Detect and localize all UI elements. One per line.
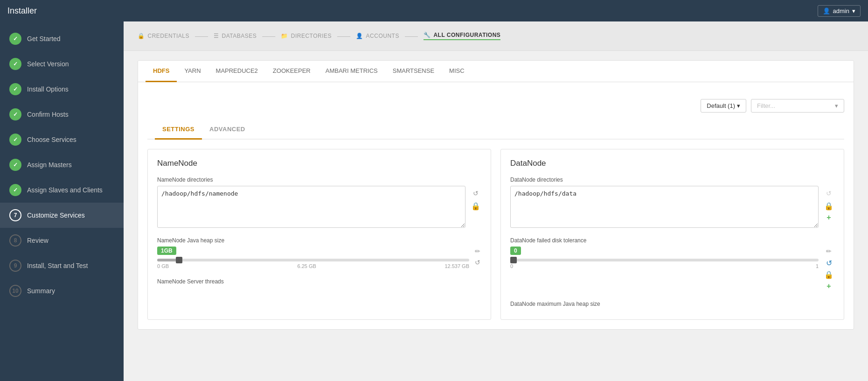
tab-ambari-metrics-label: AMBARI METRICS bbox=[326, 67, 378, 74]
namenode-dir-actions: ↺ 🔒 bbox=[470, 186, 481, 212]
breadcrumb-credentials[interactable]: 🔒 CREDENTIALS bbox=[138, 33, 189, 39]
namenode-heap-controls: ✏ ↺ bbox=[474, 247, 481, 267]
datanode-disk-thumb[interactable] bbox=[510, 257, 517, 263]
namenode-dir-refresh-button[interactable]: ↺ bbox=[470, 189, 481, 198]
breadcrumb-databases-label: DATABASES bbox=[222, 33, 257, 39]
namenode-heap-refresh-button[interactable]: ↺ bbox=[474, 258, 481, 267]
tab-settings-label: SETTINGS bbox=[162, 126, 194, 133]
sidebar-item-install-options[interactable]: ✓ Install Options bbox=[0, 77, 124, 102]
step-circle-choose-services: ✓ bbox=[9, 134, 21, 146]
sidebar-item-install-start-test[interactable]: 9 Install, Start and Test bbox=[0, 253, 124, 278]
breadcrumb-accounts[interactable]: 👤 ACCOUNTS bbox=[356, 33, 399, 39]
tab-content-wrapper: HDFS YARN MAPREDUCE2 ZOOKEEPER AMBARI ME… bbox=[138, 60, 854, 330]
content-area: HDFS YARN MAPREDUCE2 ZOOKEEPER AMBARI ME… bbox=[124, 51, 868, 339]
namenode-heap-scale: 0 GB 6.25 GB 12.537 GB bbox=[157, 263, 469, 269]
datanode-disk-lock-button[interactable]: 🔒 bbox=[823, 269, 834, 280]
datanode-heap-label: DataNode maximum Java heap size bbox=[510, 301, 834, 307]
namenode-heap-edit-button[interactable]: ✏ bbox=[474, 247, 481, 256]
sidebar-label-get-started: Get Started bbox=[27, 35, 61, 42]
cards-row: NameNode NameNode directories ↺ 🔒 N bbox=[147, 149, 844, 329]
datanode-disk-edit-button[interactable]: ✏ bbox=[823, 247, 834, 256]
tab-settings[interactable]: SETTINGS bbox=[155, 120, 202, 140]
sidebar-label-choose-services: Choose Services bbox=[27, 136, 76, 143]
sidebar-item-get-started[interactable]: ✓ Get Started bbox=[0, 26, 124, 51]
tab-advanced[interactable]: ADVANCED bbox=[202, 120, 253, 140]
sidebar-label-customize-services: Customize Services bbox=[27, 212, 85, 219]
breadcrumb-credentials-label: CREDENTIALS bbox=[148, 33, 190, 39]
main-content: 🔒 CREDENTIALS —— ☰ DATABASES —— 📁 DIRECT… bbox=[124, 21, 868, 381]
sidebar-item-confirm-hosts[interactable]: ✓ Confirm Hosts bbox=[0, 102, 124, 127]
sidebar: ✓ Get Started ✓ Select Version ✓ Install… bbox=[0, 21, 124, 381]
breadcrumb-bar: 🔒 CREDENTIALS —— ☰ DATABASES —— 📁 DIRECT… bbox=[124, 21, 868, 51]
namenode-heap-mid: 6.25 GB bbox=[298, 263, 316, 269]
chevron-down-icon: ▾ bbox=[852, 7, 855, 14]
breadcrumb-databases[interactable]: ☰ DATABASES bbox=[214, 33, 257, 39]
namenode-heap-thumb[interactable] bbox=[176, 257, 182, 263]
sidebar-item-customize-services[interactable]: 7 Customize Services bbox=[0, 203, 124, 228]
tab-zookeeper-label: ZOOKEEPER bbox=[273, 67, 311, 74]
user-label: admin bbox=[833, 7, 849, 14]
namenode-heap-row: 1GB 0 GB 6.25 GB 12.537 G bbox=[157, 247, 481, 269]
tab-hdfs-label: HDFS bbox=[153, 67, 169, 74]
separator-3: —— bbox=[337, 32, 350, 40]
filter-input-wrapper[interactable]: Filter... ▾ bbox=[751, 99, 844, 113]
namenode-threads-label: NameNode Server threads bbox=[157, 278, 481, 285]
namenode-dir-textarea[interactable] bbox=[157, 186, 465, 228]
datanode-dir-textarea[interactable] bbox=[510, 186, 819, 228]
sidebar-item-select-version[interactable]: ✓ Select Version bbox=[0, 51, 124, 77]
namenode-heap-label: NameNode Java heap size bbox=[157, 237, 481, 244]
namenode-heap-section: NameNode Java heap size 1GB bbox=[157, 237, 481, 269]
step-circle-assign-masters: ✓ bbox=[9, 159, 21, 171]
datanode-disk-lock-plus: ↺ 🔒 + bbox=[823, 258, 834, 291]
namenode-dir-lock-button[interactable]: 🔒 bbox=[470, 201, 481, 212]
tab-smartsense[interactable]: SMARTSENSE bbox=[385, 61, 442, 82]
controls-row: Default (1) ▾ Filter... ▾ bbox=[147, 99, 844, 113]
datanode-disk-scale: 0 1 bbox=[510, 263, 819, 269]
tab-mapreduce2[interactable]: MAPREDUCE2 bbox=[208, 61, 265, 82]
user-menu[interactable]: 👤 admin ▾ bbox=[818, 5, 861, 17]
step-circle-assign-slaves: ✓ bbox=[9, 184, 21, 196]
sidebar-label-assign-masters: Assign Masters bbox=[27, 161, 72, 169]
tab-hdfs[interactable]: HDFS bbox=[146, 61, 177, 82]
datanode-disk-track[interactable] bbox=[510, 259, 819, 261]
user-icon: 👤 bbox=[823, 7, 830, 14]
namenode-heap-min: 0 GB bbox=[157, 263, 169, 269]
datanode-dir-row: ↺ 🔒 + bbox=[510, 186, 834, 228]
group-dropdown[interactable]: Default (1) ▾ bbox=[701, 99, 746, 113]
sidebar-label-install-options: Install Options bbox=[27, 85, 69, 93]
tab-zookeeper[interactable]: ZOOKEEPER bbox=[265, 61, 318, 82]
datanode-disk-refresh-button[interactable]: ↺ bbox=[823, 258, 834, 268]
sidebar-label-summary: Summary bbox=[27, 287, 55, 295]
datanode-disk-slider-wrapper: 0 0 1 bbox=[510, 247, 819, 269]
chevron-down-icon-filter: ▾ bbox=[835, 102, 838, 109]
sidebar-label-assign-slaves: Assign Slaves and Clients bbox=[27, 186, 103, 194]
app-title: Installer bbox=[7, 6, 37, 16]
datanode-disk-section: DataNode failed disk tolerance 0 bbox=[510, 237, 834, 291]
datanode-dir-lock-button[interactable]: 🔒 bbox=[823, 201, 834, 212]
breadcrumb-directories[interactable]: 📁 DIRECTORIES bbox=[281, 33, 332, 39]
tab-smartsense-label: SMARTSENSE bbox=[393, 67, 434, 74]
datanode-dir-plus-button[interactable]: + bbox=[823, 212, 834, 223]
sidebar-item-choose-services[interactable]: ✓ Choose Services bbox=[0, 127, 124, 152]
namenode-heap-track[interactable] bbox=[157, 259, 469, 261]
step-circle-get-started: ✓ bbox=[9, 33, 21, 45]
breadcrumb-all-configurations[interactable]: 🔧 ALL CONFIGURATIONS bbox=[424, 32, 500, 40]
tab-ambari-metrics[interactable]: AMBARI METRICS bbox=[318, 61, 385, 82]
tab-yarn[interactable]: YARN bbox=[177, 61, 208, 82]
sidebar-item-assign-slaves[interactable]: ✓ Assign Slaves and Clients bbox=[0, 177, 124, 203]
datanode-disk-plus-button[interactable]: + bbox=[823, 281, 834, 291]
separator-4: —— bbox=[405, 32, 418, 40]
sidebar-item-summary[interactable]: 10 Summary bbox=[0, 278, 124, 303]
step-circle-install-start-test: 9 bbox=[9, 260, 21, 272]
namenode-dir-label: NameNode directories bbox=[157, 176, 481, 183]
datanode-dir-refresh-button[interactable]: ↺ bbox=[823, 189, 834, 198]
sidebar-item-assign-masters[interactable]: ✓ Assign Masters bbox=[0, 152, 124, 177]
separator-2: —— bbox=[262, 32, 275, 40]
tab-misc[interactable]: MISC bbox=[442, 61, 472, 82]
step-circle-install-options: ✓ bbox=[9, 83, 21, 95]
datanode-disk-badge: 0 bbox=[510, 247, 521, 255]
service-tabs: HDFS YARN MAPREDUCE2 ZOOKEEPER AMBARI ME… bbox=[138, 61, 854, 82]
config-tabs: SETTINGS ADVANCED bbox=[147, 120, 844, 140]
sidebar-item-review[interactable]: 8 Review bbox=[0, 228, 124, 253]
namenode-dir-row: ↺ 🔒 bbox=[157, 186, 481, 228]
